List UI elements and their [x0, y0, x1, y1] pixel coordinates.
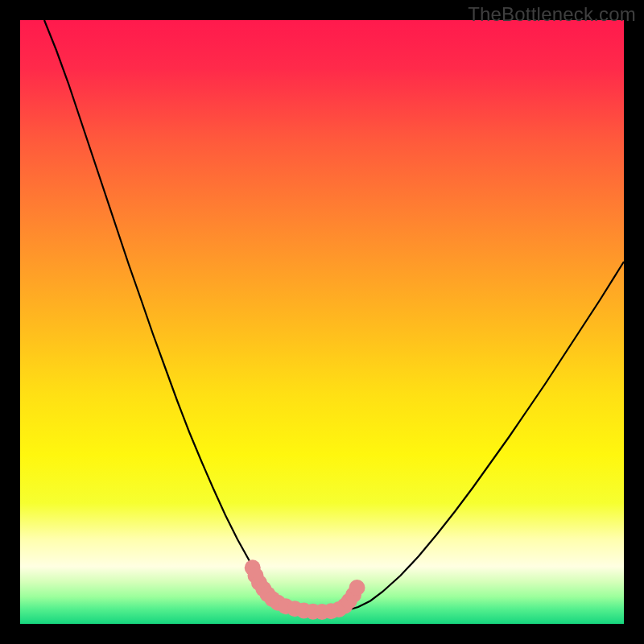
chart-plot-area [20, 20, 624, 624]
gradient-background [20, 20, 624, 624]
marker-dot [349, 580, 365, 596]
chart-canvas [20, 20, 624, 624]
watermark-text: TheBottleneck.com [468, 3, 636, 26]
chart-frame: TheBottleneck.com [0, 0, 644, 644]
